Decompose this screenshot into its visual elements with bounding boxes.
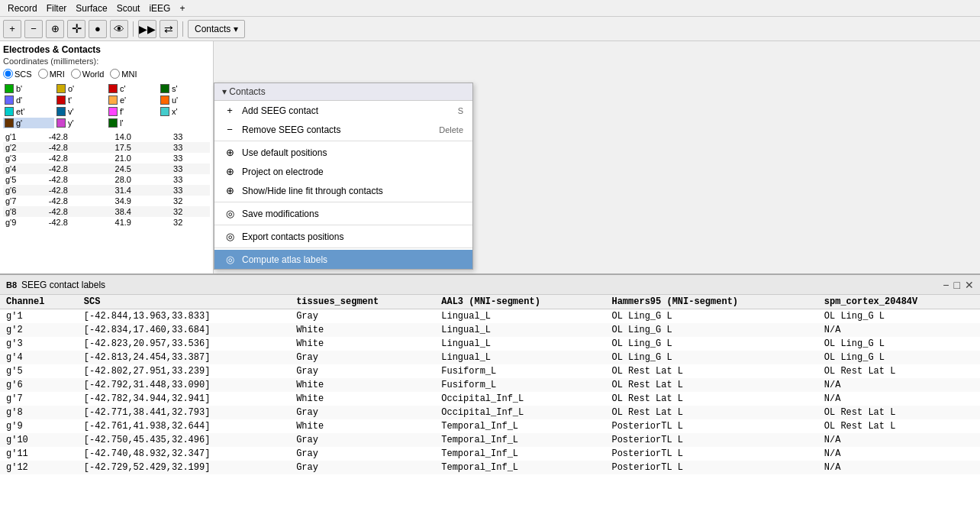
electrode-item[interactable]: e' <box>107 95 158 105</box>
dropdown-header: ▾ Contacts <box>214 83 472 101</box>
table-row[interactable]: g'9-42.841.932 <box>3 217 210 228</box>
electrode-item[interactable]: x' <box>159 106 210 117</box>
table-cell: N/A <box>818 433 980 447</box>
electrode-color-box <box>160 84 169 93</box>
table-row[interactable]: g'6-42.831.433 <box>3 185 210 196</box>
electrode-item[interactable]: t' <box>55 95 106 105</box>
toolbar-sep-2 <box>182 21 183 37</box>
electrode-item[interactable]: f' <box>107 106 158 117</box>
dropdown-separator <box>214 225 472 225</box>
toolbar-loop-btn[interactable]: ⇄ <box>160 20 178 38</box>
electrode-item[interactable]: y' <box>55 118 106 128</box>
dropdown-item-label: Show/Hide line fit through contacts <box>242 186 383 196</box>
table-row[interactable]: g'12[-42.729,52.429,32.199]GrayTemporal_… <box>0 461 980 474</box>
table-row[interactable]: g'6[-42.792,31.448,33.090]WhiteFusiform_… <box>0 378 980 392</box>
maximize-btn[interactable]: □ <box>954 279 960 291</box>
menu-filter[interactable]: Filter <box>42 2 72 15</box>
table-cell: [-42.792,31.448,33.090] <box>78 378 290 392</box>
dropdown-item[interactable]: ◎Save modifications <box>214 204 472 223</box>
electrode-item[interactable]: l' <box>107 118 158 128</box>
electrode-color-box <box>108 84 118 93</box>
table-cell: g'1 <box>0 309 78 324</box>
table-row[interactable]: g'8[-42.771,38.441,32.793]GrayOccipital_… <box>0 406 980 419</box>
radio-mri[interactable]: MRI <box>38 69 65 79</box>
toolbar-arrow-btn[interactable]: ▶▶ <box>138 20 156 38</box>
bottom-panel-icon: B8 <box>6 280 17 290</box>
toolbar-eye-btn[interactable]: 👁 <box>110 20 128 38</box>
toolbar-crosshair-btn[interactable]: ⊕ <box>46 20 64 38</box>
table-row[interactable]: g'8-42.838.432 <box>3 206 210 217</box>
table-row[interactable]: g'1[-42.844,13.963,33.833]GrayLingual_LO… <box>0 309 980 324</box>
table-row[interactable]: g'2-42.817.533 <box>3 142 210 153</box>
dropdown-item-icon: ⊕ <box>224 185 236 196</box>
dropdown-item[interactable]: ◎Compute atlas labels <box>214 250 472 269</box>
table-row[interactable]: g'9[-42.761,41.938,32.644]WhiteTemporal_… <box>0 419 980 433</box>
table-row[interactable]: g'11[-42.740,48.932,32.347]GrayTemporal_… <box>0 447 980 461</box>
radio-scs[interactable]: SCS <box>3 69 32 79</box>
electrode-label: u' <box>172 95 178 105</box>
table-cell: PosteriorTL L <box>605 433 817 447</box>
electrode-label: et' <box>16 107 24 116</box>
table-row[interactable]: g'2[-42.834,17.460,33.684]WhiteLingual_L… <box>0 323 980 337</box>
dropdown-item[interactable]: ◎Export contacts positions <box>214 227 472 246</box>
electrode-item[interactable]: o' <box>55 83 106 94</box>
radio-world[interactable]: World <box>71 69 105 79</box>
data-table: ChannelSCStissues_segmentAAL3 (MNI-segme… <box>0 295 980 474</box>
minimize-btn[interactable]: − <box>943 279 949 291</box>
table-cell: OL Rest Lat L <box>818 364 980 378</box>
dropdown-item[interactable]: ⊕Show/Hide line fit through contacts <box>214 181 472 200</box>
dropdown-item-shortcut: Delete <box>439 125 463 134</box>
table-cell: Temporal_Inf_L <box>435 419 605 433</box>
table-row[interactable]: g'5[-42.802,27.951,33.239]GrayFusiform_L… <box>0 364 980 378</box>
electrode-label: y' <box>68 118 74 128</box>
menu-plus[interactable]: + <box>175 2 189 15</box>
menu-ieeg[interactable]: iEEG <box>144 2 175 15</box>
menu-record[interactable]: Record <box>3 2 42 15</box>
electrode-item[interactable]: b' <box>3 83 54 94</box>
electrode-item[interactable]: s' <box>159 83 210 94</box>
dropdown-item[interactable]: +Add SEEG contactS <box>214 101 472 120</box>
electrode-item[interactable]: g' <box>3 118 54 128</box>
table-cell: OL Rest Lat L <box>605 378 817 392</box>
table-cell: Temporal_Inf_L <box>435 461 605 474</box>
contact-name: g'4 <box>3 163 47 174</box>
table-row[interactable]: g'5-42.828.033 <box>3 174 210 185</box>
table-cell: Lingual_L <box>435 351 605 364</box>
close-btn[interactable]: ✕ <box>965 279 974 291</box>
toolbar-add-btn[interactable]: + <box>3 20 21 38</box>
table-row[interactable]: g'1-42.814.033 <box>3 131 210 142</box>
menu-scout[interactable]: Scout <box>112 2 145 15</box>
table-row[interactable]: g'7-42.834.932 <box>3 196 210 206</box>
electrode-item[interactable]: c' <box>107 83 158 94</box>
table-row[interactable]: g'10[-42.750,45.435,32.496]GrayTemporal_… <box>0 433 980 447</box>
table-row[interactable]: g'3-42.821.033 <box>3 153 210 163</box>
dropdown-item[interactable]: ⊕Project on electrode <box>214 162 472 181</box>
dropdown-item[interactable]: −Remove SEEG contactsDelete <box>214 120 472 139</box>
table-row[interactable]: g'4-42.824.533 <box>3 163 210 174</box>
table-row[interactable]: g'7[-42.782,34.944,32.941]WhiteOccipital… <box>0 392 980 406</box>
dropdown-item[interactable]: ⊕Use default positions <box>214 143 472 162</box>
electrode-item[interactable]: v' <box>55 106 106 117</box>
toolbar-remove-btn[interactable]: − <box>24 20 43 38</box>
table-cell: [-42.782,34.944,32.941] <box>78 392 290 406</box>
table-cell: OL Ling_G L <box>818 309 980 324</box>
electrode-item[interactable]: d' <box>3 95 54 105</box>
toolbar-move-btn[interactable]: ✛ <box>67 20 85 38</box>
toolbar-circle-btn[interactable]: ● <box>89 20 107 38</box>
electrode-item[interactable]: u' <box>159 95 210 105</box>
radio-mni[interactable]: MNI <box>110 69 137 79</box>
table-row[interactable]: g'4[-42.813,24.454,33.387]GrayLingual_LO… <box>0 351 980 364</box>
left-panel: Electrodes & Contacts Coordinates (milli… <box>0 41 214 275</box>
dropdown-item-label: Use default positions <box>242 147 327 158</box>
electrode-label: v' <box>68 107 74 116</box>
table-cell: g'7 <box>0 392 78 406</box>
contacts-label: Contacts <box>195 24 230 34</box>
dropdown-item-icon: ⊕ <box>224 166 236 177</box>
contact-name: g'2 <box>3 142 47 153</box>
table-cell: Gray <box>290 364 435 378</box>
table-cell: [-42.729,52.429,32.199] <box>78 461 290 474</box>
table-row[interactable]: g'3[-42.823,20.957,33.536]WhiteLingual_L… <box>0 337 980 351</box>
contacts-dropdown-btn[interactable]: Contacts ▾ <box>188 20 245 38</box>
electrode-item[interactable]: et' <box>3 106 54 117</box>
menu-surface[interactable]: Surface <box>71 2 111 15</box>
